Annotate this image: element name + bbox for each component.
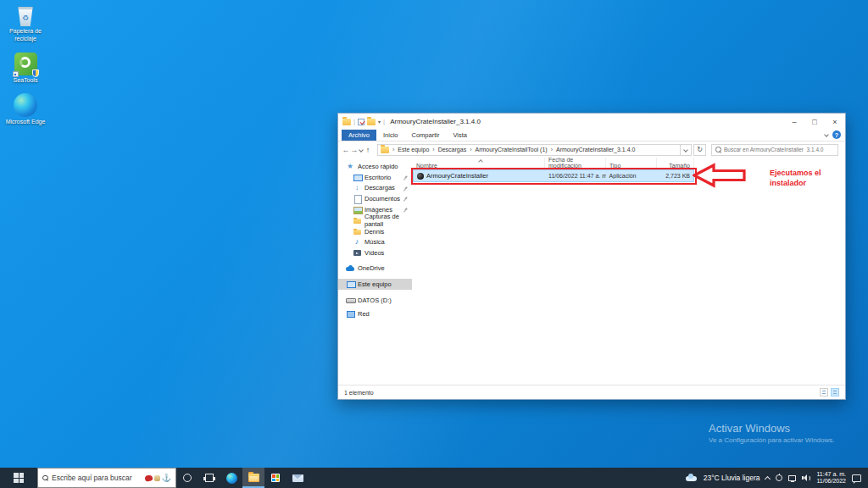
taskbar-mail-button[interactable] [287,468,309,488]
sidebar-item-este-equipo[interactable]: Este equipo [338,279,412,290]
column-label: Fecha de modificación [548,157,602,169]
taskbar-store-button[interactable] [264,468,287,488]
desktop-icon-recycle-bin[interactable]: ♻ Papelera de reciclaje [0,7,51,42]
recycle-symbol-icon: ♻ [22,14,29,22]
desktop-icon-label: Papelera de reciclaje [0,28,51,42]
taskbar-search-input[interactable] [52,474,142,482]
action-center-icon[interactable] [852,474,861,482]
network-tray-icon[interactable] [788,475,796,481]
mail-icon [292,474,303,482]
taskbar-explorer-button[interactable] [242,468,264,488]
documents-icon [353,195,361,202]
desktop-icon-edge[interactable]: Microsoft Edge [0,93,51,126]
help-icon[interactable]: ? [832,130,841,139]
tab-archivo[interactable]: Archivo [342,130,376,141]
ribbon-collapse-icon[interactable] [824,132,829,137]
breadcrumb-separator: › [550,147,554,152]
maximize-button[interactable]: □ [804,114,825,130]
minimize-button[interactable]: – [784,114,804,130]
anchor-icon: ⚓ [162,474,171,482]
sidebar-item-label: Red [358,310,370,318]
annotation-highlight-rectangle [411,168,697,185]
sidebar-item-label: Documentos [364,195,400,202]
new-folder-qat-icon[interactable] [367,119,376,125]
microsoft-store-icon [271,474,280,482]
breadcrumb-separator: › [392,147,395,152]
search-icon [715,147,721,152]
tab-vista[interactable]: Vista [446,130,474,141]
windows-logo-icon [14,473,24,483]
back-button[interactable]: ← [342,146,350,154]
breadcrumb-current[interactable]: ArmouryCrateInstaller_3.1.4.0 [556,147,635,152]
desktop-icon-seatools[interactable]: SeaTools [0,53,51,85]
watermark-subtitle: Ve a Configuración para activar Windows. [709,436,835,444]
taskbar-edge-button[interactable] [220,468,242,488]
edge-icon [226,473,237,484]
taskbar-search[interactable]: ⚓ [37,468,176,488]
close-button[interactable]: × [825,114,845,130]
sidebar-item-label: Vídeos [364,249,384,257]
activation-watermark: Activar Windows Ve a Configuración para … [709,422,835,444]
separator: | [353,118,355,125]
tray-app-icon[interactable] [776,474,782,481]
sidebar-item-dennis[interactable]: Dennis [338,226,412,237]
item-count: 1 elemento [344,390,374,396]
forward-button[interactable]: → [350,146,359,154]
breadcrumb-descargas[interactable]: Descargas [438,147,466,152]
sidebar-item-musica[interactable]: ♪ Música [338,237,412,248]
address-folder-icon [381,147,389,153]
task-view-button[interactable] [198,468,220,488]
separator: | [383,118,385,125]
pin-icon [402,196,409,202]
explorer-search[interactable] [711,144,838,156]
annotation-line2: instalador [770,179,821,189]
recent-locations-icon[interactable] [359,147,364,152]
start-button[interactable] [0,468,37,488]
cortana-icon [183,474,192,482]
taskbar: ⚓ 23°C Lluvia ligera 11:47 a. m. 11/06/2… [0,468,868,488]
explorer-app-icon [342,119,351,125]
sidebar-item-descargas[interactable]: ↓ Descargas [338,183,412,194]
breadcrumb-installtool[interactable]: ArmouryCrateInstallTool (1) [475,147,547,152]
refresh-icon[interactable]: ↻ [693,144,706,156]
details-view-icon[interactable] [831,388,839,396]
volume-icon[interactable] [802,474,810,482]
file-list: Nombre Fecha de modificación Tipo Tamaño… [413,158,843,385]
tab-inicio[interactable]: Inicio [376,130,405,141]
properties-qat-icon[interactable] [358,119,364,125]
folder-icon [353,228,361,236]
qat-customize-icon[interactable]: ▾ [378,119,381,125]
seatools-icon [14,53,37,75]
clock[interactable]: 11:47 a. m. 11/06/2022 [816,471,846,485]
search-highlights-decoration[interactable]: ⚓ [145,474,171,482]
navigation-bar: ← → ↑ › Este equipo › Descargas › Armour… [338,141,845,158]
folder-icon [353,217,361,225]
network-icon [346,310,354,318]
list-view-icon[interactable] [820,388,828,396]
sidebar-item-escritorio[interactable]: Escritorio [338,172,412,183]
sort-ascending-icon [479,158,482,164]
sidebar-item-label: DATOS (D:) [358,297,392,304]
address-bar[interactable]: › Este equipo › Descargas › ArmouryCrate… [377,144,681,156]
sidebar-item-datos[interactable]: DATOS (D:) [338,295,412,306]
onedrive-cloud-icon [346,264,354,272]
downloads-icon: ↓ [353,184,361,191]
weather-text[interactable]: 23°C Lluvia ligera [704,474,760,482]
sidebar-item-red[interactable]: Red [338,309,412,320]
tab-compartir[interactable]: Compartir [405,130,447,141]
sidebar-item-label: Dennis [364,228,384,236]
desktop-icon [353,174,361,181]
annotation-line1: Ejecutamos el [770,169,821,179]
breadcrumb-este-equipo[interactable]: Este equipo [398,147,429,152]
cortana-button[interactable] [176,468,198,488]
sidebar-item-capturas[interactable]: Capturas de pantall [338,215,412,226]
sidebar-item-documentos[interactable]: Documentos [338,193,412,204]
up-button[interactable]: ↑ [364,146,372,154]
sidebar-item-videos[interactable]: Vídeos [338,247,412,258]
this-pc-icon [346,280,354,288]
sidebar-item-onedrive[interactable]: OneDrive [338,263,412,274]
sidebar-item-acceso-rapido[interactable]: ★ Acceso rápido [338,161,412,172]
explorer-search-input[interactable] [724,147,834,152]
address-dropdown-icon[interactable] [681,144,692,156]
tray-overflow-icon[interactable] [765,475,771,481]
